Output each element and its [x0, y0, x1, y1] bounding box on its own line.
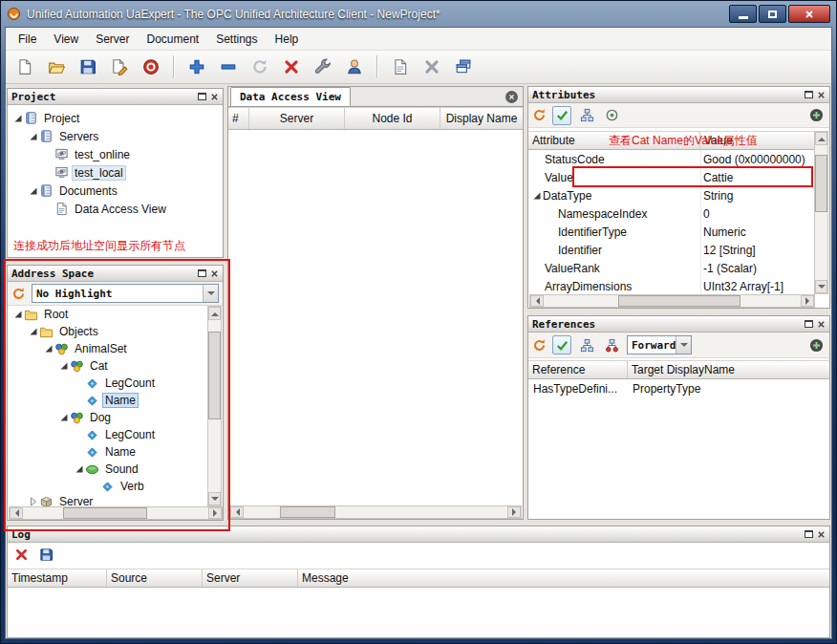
combo-dropdown-button[interactable]	[676, 336, 691, 354]
float-panel-icon[interactable]	[198, 93, 206, 100]
address-space-vscrollbar[interactable]	[207, 306, 222, 506]
tree-item-data-access-view[interactable]: Data Access View	[9, 200, 169, 218]
tree-item-objects[interactable]: Objects	[9, 323, 101, 340]
scroll-right-button[interactable]	[208, 507, 222, 519]
expand-open-icon[interactable]	[28, 186, 39, 196]
tree-item-animalset[interactable]: AnimalSet	[9, 340, 130, 357]
close-panel-icon[interactable]	[210, 93, 219, 101]
expand-open-icon[interactable]	[58, 413, 70, 422]
log-body[interactable]	[9, 588, 828, 636]
tree-item-sound[interactable]: Sound	[9, 461, 141, 478]
col-source[interactable]: Source	[107, 569, 203, 587]
new-document-button[interactable]	[13, 55, 36, 78]
change-user-button[interactable]	[343, 55, 366, 78]
scroll-left-button[interactable]	[230, 506, 244, 518]
log-titlebar[interactable]: Log	[8, 526, 829, 543]
expand-open-icon[interactable]	[12, 310, 24, 319]
tree-item-dog-name[interactable]: Name	[9, 443, 139, 461]
menu-file[interactable]: File	[10, 29, 45, 50]
col-number[interactable]: #	[228, 108, 249, 129]
attributes-vscrollbar[interactable]	[814, 131, 828, 294]
attribute-row-statuscode[interactable]: StatusCode Good (0x00000000)	[529, 150, 805, 168]
close-panel-icon[interactable]	[817, 530, 826, 539]
tree-item-test-local[interactable]: test_local	[9, 163, 126, 182]
attribute-row-datatype[interactable]: DataType String	[529, 186, 733, 204]
scroll-down-button[interactable]	[208, 492, 221, 505]
scrollbar-thumb[interactable]	[63, 507, 147, 519]
attribute-row-arraydimensions[interactable]: ArrayDimensions UInt32 Array[-1]	[529, 277, 783, 295]
expand-open-icon[interactable]	[74, 464, 85, 474]
expand-open-icon[interactable]	[12, 114, 24, 123]
save-project-button[interactable]	[76, 55, 99, 78]
close-panel-icon[interactable]	[210, 269, 219, 278]
tree-item-cat-name[interactable]: Name	[9, 392, 139, 409]
server-settings-button[interactable]	[311, 55, 334, 78]
expand-closed-icon[interactable]	[28, 497, 39, 506]
dav-hscrollbar[interactable]	[229, 505, 522, 519]
tree-item-cat-legcount[interactable]: LegCount	[9, 375, 158, 392]
dav-table-body[interactable]	[229, 130, 522, 504]
add-document-button[interactable]	[389, 55, 412, 78]
col-target-displayname[interactable]: Target DisplayName	[628, 361, 829, 378]
col-reference[interactable]: Reference	[528, 361, 628, 378]
references-titlebar[interactable]: References	[528, 316, 829, 333]
close-panel-icon[interactable]	[817, 91, 826, 99]
tab-data-access-view[interactable]: Data Access View	[230, 87, 351, 106]
tree-item-dog-legcount[interactable]: LegCount	[9, 426, 158, 443]
attributes-titlebar[interactable]: Attributes	[528, 87, 829, 103]
col-server[interactable]: Server	[249, 108, 345, 129]
stop-button[interactable]	[140, 55, 162, 78]
add-button[interactable]	[806, 106, 826, 125]
expand-open-icon[interactable]	[531, 191, 543, 201]
attribute-row-namespaceindex[interactable]: NamespaceIndex 0	[529, 204, 710, 223]
reconnect-button[interactable]	[248, 55, 271, 78]
show-hierarchy-button[interactable]	[577, 335, 596, 354]
address-space-hscrollbar[interactable]	[9, 506, 223, 520]
col-node-id[interactable]: Node Id	[345, 108, 440, 129]
maximize-button[interactable]	[759, 5, 786, 23]
cascade-windows-button[interactable]	[452, 55, 475, 78]
expand-open-icon[interactable]	[43, 344, 54, 354]
auto-update-toggle[interactable]	[552, 335, 571, 354]
menu-settings[interactable]: Settings	[207, 29, 266, 50]
auto-update-toggle[interactable]	[552, 106, 571, 125]
attribute-row-identifier[interactable]: Identifier 12 [String]	[529, 241, 756, 259]
highlight-target-button[interactable]	[602, 106, 621, 125]
float-panel-icon[interactable]	[805, 530, 813, 538]
edit-document-button[interactable]	[108, 55, 131, 78]
minimize-button[interactable]	[729, 5, 757, 23]
col-message[interactable]: Message	[298, 569, 829, 587]
close-tab-button[interactable]	[505, 91, 518, 103]
attribute-row-identifiertype[interactable]: IdentifierType Numeric	[529, 223, 746, 241]
reference-row-hastypedefinition[interactable]: HasTypeDefini... PropertyType	[529, 379, 700, 397]
expand-hierarchy-button[interactable]	[577, 106, 596, 125]
scrollbar-thumb[interactable]	[815, 155, 827, 212]
tree-item-dog[interactable]: Dog	[9, 409, 114, 426]
menu-server[interactable]: Server	[87, 29, 138, 50]
tree-item-test-online[interactable]: test_online	[9, 145, 133, 163]
tree-item-servers[interactable]: Servers	[9, 127, 101, 145]
float-panel-icon[interactable]	[805, 91, 813, 98]
refresh-references-icon[interactable]	[532, 338, 547, 353]
menu-view[interactable]: View	[45, 29, 87, 50]
remove-document-button[interactable]	[420, 55, 443, 78]
tree-item-root[interactable]: Root	[9, 306, 71, 323]
col-attribute[interactable]: Attribute	[528, 132, 700, 149]
col-value[interactable]: Value	[700, 132, 814, 149]
expand-open-icon[interactable]	[28, 327, 39, 336]
col-server[interactable]: Server	[203, 569, 298, 587]
expand-open-icon[interactable]	[58, 361, 70, 371]
close-panel-icon[interactable]	[817, 320, 826, 329]
menu-help[interactable]: Help	[267, 29, 308, 50]
open-project-button[interactable]	[45, 55, 68, 78]
add-server-button[interactable]	[185, 55, 208, 78]
scrollbar-thumb[interactable]	[208, 332, 221, 419]
highlight-select[interactable]: No Highlight	[32, 284, 219, 303]
titlebar[interactable]: Unified Automation UaExpert - The OPC Un…	[1, 1, 836, 27]
attributes-hscrollbar[interactable]	[529, 294, 815, 308]
menu-document[interactable]: Document	[138, 29, 207, 50]
clear-log-button[interactable]	[11, 545, 31, 564]
combo-dropdown-button[interactable]	[203, 285, 218, 302]
refresh-attributes-icon[interactable]	[532, 108, 547, 122]
project-panel-titlebar[interactable]: Project	[8, 89, 223, 105]
